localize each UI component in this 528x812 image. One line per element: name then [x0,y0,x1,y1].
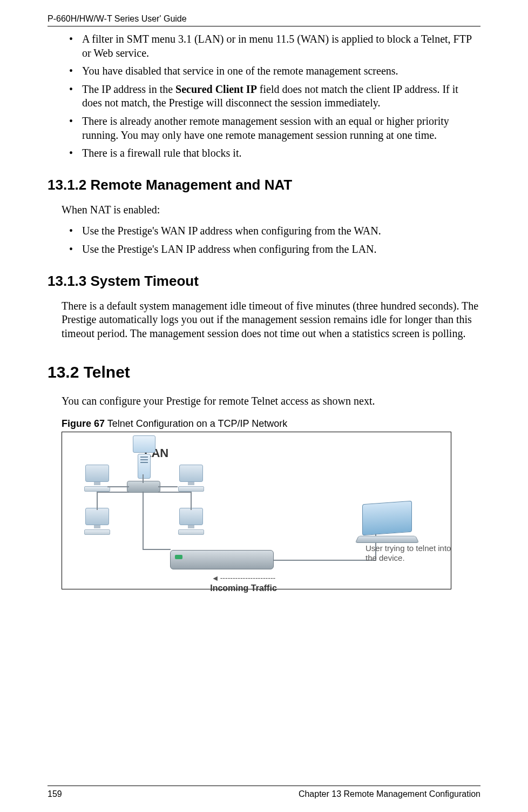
network-line [97,492,129,493]
heading-13-1-2: 13.1.2 Remote Management and NAT [48,177,480,193]
workstation-icon [175,508,207,535]
network-line [107,486,129,487]
list-item: Use the Prestige's WAN IP address when c… [69,224,480,238]
incoming-traffic-label: ---------------------- Incoming Traffic [189,574,297,593]
workstation-icon [82,508,113,535]
heading-13-2: 13.2 Telnet [48,363,480,381]
network-line [158,492,192,493]
network-line [273,560,376,561]
body-content: A filter in SMT menu 3.1 (LAN) or in men… [48,32,480,589]
bold-fragment: Secured Client IP [175,83,257,95]
page: P-660H/HW/W-T Series User' Guide A filte… [0,0,528,812]
workstation-icon [175,465,207,492]
page-number: 159 [48,789,62,799]
network-line [158,486,178,487]
text-fragment: The IP address in the [82,83,175,95]
laptop-icon [355,502,419,543]
heading-13-1-3: 13.1.3 System Timeout [48,273,480,290]
network-line [191,493,192,510]
list-item: There is a firewall rule that blocks it. [69,146,480,160]
figure-diagram: LAN [62,432,451,589]
chapter-label: Chapter 13 Remote Management Configurati… [299,789,480,799]
router-icon [170,550,274,569]
figure-caption: Figure 67 Telnet Configuration on a TCP/… [62,418,480,430]
hub-icon [127,481,160,493]
network-line [143,549,171,550]
figure-number: Figure 67 [62,418,105,429]
incoming-traffic-text: Incoming Traffic [189,583,297,593]
list-item: There is already another remote manageme… [69,115,480,142]
running-header: P-660H/HW/W-T Series User' Guide [48,14,480,26]
figure-title: Telnet Configuration on a TCP/IP Network [105,418,287,429]
body-paragraph: When NAT is enabled: [62,203,480,217]
workstation-icon [82,465,113,492]
body-paragraph: There is a default system management idl… [62,299,480,341]
intro-bullet-list: A filter in SMT menu 3.1 (LAN) or in men… [69,32,480,160]
list-item: The IP address in the Secured Client IP … [69,83,480,110]
body-paragraph: You can configure your Prestige for remo… [62,394,480,408]
list-item: A filter in SMT menu 3.1 (LAN) or in men… [69,32,480,60]
network-line [97,493,98,510]
network-line [143,492,144,550]
list-item: You have disabled that service in one of… [69,64,480,78]
list-item: Use the Prestige's LAN IP address when c… [69,243,480,257]
arrow-left-icon: ---------------------- [189,574,297,582]
nat-bullet-list: Use the Prestige's WAN IP address when c… [69,224,480,256]
page-footer: 159 Chapter 13 Remote Management Configu… [48,786,480,799]
network-line [143,474,144,483]
annotation-text: User trying to telnet into the device. [365,543,452,563]
server-icon [130,435,158,479]
